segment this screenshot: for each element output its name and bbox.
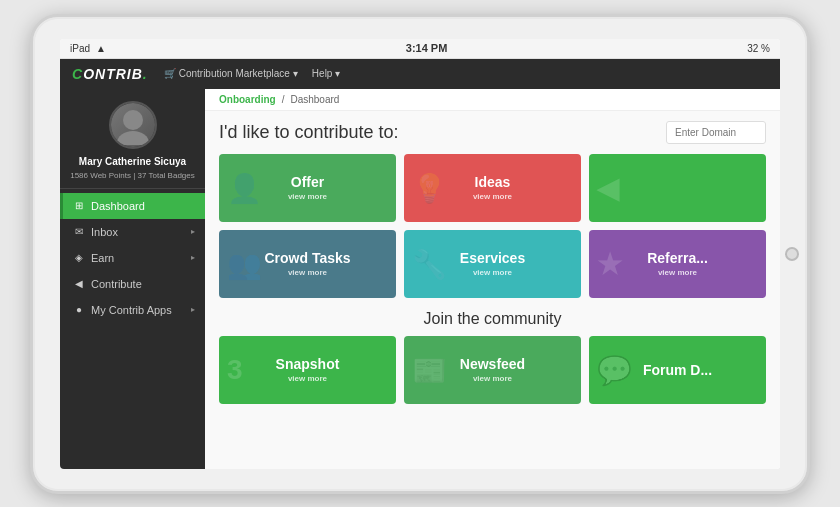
sidebar-item-contrib-apps[interactable]: ● My Contrib Apps ▸ [60, 297, 205, 323]
contribute-icon: ◀ [73, 278, 85, 289]
crowd-tasks-label: Crowd Tasks [264, 250, 350, 266]
crowd-icon: 👥 [227, 247, 262, 280]
arrow-card[interactable]: ◀ [589, 154, 766, 222]
offer-icon: 👤 [227, 171, 262, 204]
eservices-card[interactable]: 🔧 Eservices view more [404, 230, 581, 298]
snapshot-card[interactable]: 3 Snapshot view more [219, 336, 396, 404]
referral-icon: ★ [597, 247, 622, 280]
ideas-view-more: view more [473, 192, 512, 201]
status-bar: iPad ▲ 3:14 PM 32 % [60, 39, 780, 59]
crowd-tasks-card[interactable]: 👥 Crowd Tasks view more [219, 230, 396, 298]
sidebar-item-earn[interactable]: ◈ Earn ▸ [60, 245, 205, 271]
main-content: Onboarding / Dashboard I'd like to contr… [205, 89, 780, 469]
time-display: 3:14 PM [406, 42, 448, 54]
profile-stats: 1586 Web Points | 37 Total Badges [70, 171, 195, 180]
forum-label: Forum D... [643, 362, 712, 378]
dashboard-icon: ⊞ [73, 200, 85, 211]
offer-label: Offer [288, 174, 327, 190]
snapshot-view-more: view more [276, 374, 340, 383]
sidebar: Mary Catherine Sicuya 1586 Web Points | … [60, 89, 205, 469]
forum-icon: 💬 [597, 353, 632, 386]
ideas-label: Ideas [473, 174, 512, 190]
newsfeed-view-more: view more [460, 374, 525, 383]
app-container: Mary Catherine Sicuya 1586 Web Points | … [60, 89, 780, 469]
sidebar-item-inbox[interactable]: ✉ Inbox ▸ [60, 219, 205, 245]
cart-icon: 🛒 [164, 68, 176, 79]
inbox-arrow-icon: ▸ [191, 227, 195, 236]
help-link[interactable]: Help ▾ [312, 68, 341, 79]
device-label: iPad [70, 43, 90, 54]
breadcrumb: Onboarding / Dashboard [205, 89, 780, 111]
snapshot-label: Snapshot [276, 356, 340, 372]
community-title: Join the community [219, 310, 766, 328]
apps-label: My Contrib Apps [91, 304, 172, 316]
top-navbar: CONTRIB. 🛒 Contribution Marketplace ▾ He… [60, 59, 780, 89]
earn-icon: ◈ [73, 252, 85, 263]
domain-input[interactable] [666, 121, 766, 144]
ideas-card[interactable]: 💡 Ideas view more [404, 154, 581, 222]
crowd-view-more: view more [264, 268, 350, 277]
newsfeed-label: Newsfeed [460, 356, 525, 372]
referral-view-more: view more [647, 268, 708, 277]
logo: CONTRIB. [72, 66, 148, 82]
referral-label: Referra... [647, 250, 708, 266]
breadcrumb-separator: / [282, 94, 285, 105]
breadcrumb-onboarding[interactable]: Onboarding [219, 94, 276, 105]
contribute-label: Contribute [91, 278, 142, 290]
profile-name: Mary Catherine Sicuya [70, 155, 195, 168]
contribute-header: I'd like to contribute to: [219, 121, 766, 144]
home-button[interactable] [785, 247, 799, 261]
apps-arrow-icon: ▸ [191, 305, 195, 314]
svg-point-0 [123, 110, 143, 130]
offer-view-more: view more [288, 192, 327, 201]
arrow-card-icon: ◀ [597, 171, 619, 204]
content-body: I'd like to contribute to: 👤 Offer view … [205, 111, 780, 414]
marketplace-label: Contribution Marketplace [179, 68, 290, 79]
inbox-icon: ✉ [73, 226, 85, 237]
sidebar-item-contribute[interactable]: ◀ Contribute [60, 271, 205, 297]
dashboard-label: Dashboard [91, 200, 145, 212]
eservices-label: Eservices [460, 250, 525, 266]
sidebar-nav: ⊞ Dashboard ✉ Inbox ▸ ◈ [60, 189, 205, 469]
avatar-image [111, 103, 155, 147]
newsfeed-card[interactable]: 📰 Newsfeed view more [404, 336, 581, 404]
tablet-screen: iPad ▲ 3:14 PM 32 % CONTRIB. 🛒 Contribut… [60, 39, 780, 469]
help-label: Help [312, 68, 333, 79]
snapshot-icon: 3 [227, 354, 243, 386]
ideas-icon: 💡 [412, 171, 447, 204]
eservices-icon: 🔧 [412, 247, 447, 280]
earn-label: Earn [91, 252, 114, 264]
apps-icon: ● [73, 304, 85, 315]
earn-arrow-icon: ▸ [191, 253, 195, 262]
community-grid: 3 Snapshot view more 📰 Newsfeed view mor… [219, 336, 766, 404]
battery-display: 32 % [747, 43, 770, 54]
offer-card[interactable]: 👤 Offer view more [219, 154, 396, 222]
navbar-links: 🛒 Contribution Marketplace ▾ Help ▾ [164, 68, 341, 79]
eservices-view-more: view more [460, 268, 525, 277]
sidebar-profile: Mary Catherine Sicuya 1586 Web Points | … [60, 89, 205, 189]
breadcrumb-dashboard[interactable]: Dashboard [290, 94, 339, 105]
help-arrow-icon: ▾ [335, 68, 340, 79]
contribute-title: I'd like to contribute to: [219, 122, 399, 143]
wifi-icon: ▲ [96, 43, 106, 54]
forum-card[interactable]: 💬 Forum D... [589, 336, 766, 404]
tablet-frame: iPad ▲ 3:14 PM 32 % CONTRIB. 🛒 Contribut… [30, 14, 810, 494]
newsfeed-icon: 📰 [412, 353, 447, 386]
inbox-label: Inbox [91, 226, 118, 238]
svg-point-1 [117, 131, 149, 145]
sidebar-item-dashboard[interactable]: ⊞ Dashboard [60, 193, 205, 219]
cards-grid: 👤 Offer view more 💡 Ideas view more [219, 154, 766, 298]
avatar [109, 101, 157, 149]
referral-card[interactable]: ★ Referra... view more [589, 230, 766, 298]
marketplace-link[interactable]: 🛒 Contribution Marketplace ▾ [164, 68, 298, 79]
marketplace-arrow-icon: ▾ [293, 68, 298, 79]
